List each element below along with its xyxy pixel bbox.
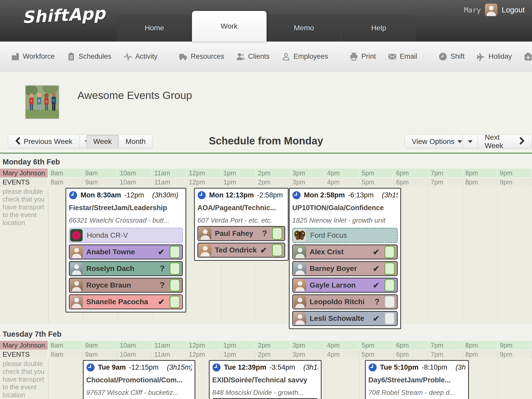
tab-home[interactable]: Home — [117, 15, 192, 42]
hour-cell: 6pm — [394, 169, 428, 177]
resource-row[interactable]: Ford Focus — [292, 228, 398, 243]
toolbar-holiday[interactable]: Holiday — [476, 52, 512, 61]
day-title: Tuesday 7th Feb — [3, 330, 532, 338]
employee-name-cell[interactable]: Mary Johnson — [0, 341, 48, 350]
clock-icon — [368, 363, 377, 372]
hour-cell: 10am — [117, 178, 152, 187]
toolbar-workforce[interactable]: Workforce — [11, 52, 55, 61]
toolbar-employees[interactable]: Employees — [282, 52, 328, 61]
toolbar-clients[interactable]: Clients — [236, 52, 270, 61]
hour-cell: 10am — [117, 341, 152, 350]
hour-cell: 3pm — [290, 350, 325, 359]
member-checkbox[interactable] — [384, 279, 395, 291]
member-row[interactable]: Ted Ondrick ✔ — [197, 243, 285, 258]
member-checkbox[interactable] — [384, 262, 395, 275]
member-row[interactable]: Shanelle Pacocha ✔ — [69, 294, 183, 309]
member-row[interactable]: Leopoldo Ritchi ? — [292, 294, 398, 309]
member-row[interactable]: Royce Braun ? — [69, 278, 183, 293]
member-checkbox[interactable] — [384, 296, 395, 308]
hour-cell: 1pm — [221, 178, 256, 187]
envelope-icon — [388, 52, 397, 61]
group-header: T E A M Awesome Events Group — [0, 72, 532, 127]
hour-cell: 9am — [83, 350, 117, 359]
toolbar-activity[interactable]: Activity — [123, 52, 158, 61]
printer-icon — [349, 52, 358, 61]
employee-name-cell[interactable]: Mary Johnson — [0, 169, 48, 177]
activity-icon — [123, 52, 132, 61]
hour-cell: 6pm — [394, 178, 428, 187]
toolbar-email[interactable]: Email — [388, 52, 417, 61]
status-check-icon: ✔ — [260, 245, 267, 255]
logout-button[interactable]: Logout — [502, 6, 525, 14]
hour-cell: 7pm — [428, 169, 463, 177]
shift-card[interactable]: Tue 12:39pm-3:54pm (3h15m) EXID/Soirée/T… — [209, 360, 322, 399]
member-checkbox[interactable] — [170, 296, 180, 308]
hour-cell: 10am — [117, 350, 152, 359]
shift-title: Fiestar/StreetJam/Leadership — [69, 204, 183, 212]
member-row[interactable]: Paul Fahey ? — [197, 226, 285, 241]
member-row[interactable]: Lesli Schowalte ✔ — [292, 311, 398, 326]
toolbar-shift[interactable]: Shift — [438, 52, 464, 61]
hour-cell: 6pm — [394, 341, 428, 350]
hour-cell: 1pm — [221, 169, 256, 177]
shift-card[interactable]: Mon 2:58pm-6:13pm (3h15m) UP10TION/Gala/… — [289, 188, 401, 329]
member-checkbox[interactable] — [384, 312, 395, 325]
hour-cell: 8pm — [463, 341, 497, 350]
user-avatar — [485, 4, 497, 16]
member-checkbox[interactable] — [170, 246, 180, 258]
next-week-button[interactable]: Next Week — [478, 135, 532, 149]
shift-address: 708 Robel Stream - deep d... — [368, 389, 466, 397]
shift-card[interactable]: Tue 9am-12:15pm (3h15m) Chocolat/Promoti… — [83, 360, 195, 399]
member-row[interactable]: Gayle Larson ✔ — [292, 278, 398, 293]
tab-memo[interactable]: Memo — [267, 15, 342, 42]
hour-cell: 3pm — [290, 178, 325, 187]
svg-text:A: A — [45, 100, 48, 103]
status-question-icon: ? — [262, 229, 267, 238]
shift-card[interactable]: Mon 12:13pm-2:58pm AOA/Pageant/Technic..… — [194, 188, 289, 261]
toolbar-sick[interactable]: Sick — [524, 52, 532, 61]
hour-cell: 3pm — [290, 169, 325, 177]
shift-card[interactable]: Tue 5:10pm-8:10pm (3h) Day6/StreetJam/Pr… — [365, 360, 469, 399]
member-checkbox[interactable] — [384, 246, 395, 258]
next-week-dropdown[interactable] — [462, 135, 478, 149]
toolbar-resources[interactable]: Resources — [179, 52, 224, 61]
shift-title: Chocolat/Promotional/Com... — [86, 376, 192, 384]
member-row[interactable]: Anabel Towne ✔ — [69, 244, 183, 260]
shift-time: Tue 12:39pm-3:54pm (3h15m) — [212, 363, 318, 372]
shift-address: 848 Mosciski Divide - growth... — [212, 389, 318, 397]
shift-title: AOA/Pageant/Technic... — [197, 204, 285, 212]
member-row[interactable]: Barney Boyer ✔ — [292, 261, 398, 276]
shift-address: 66321 Waelchi Crossroad - butt... — [69, 216, 183, 224]
resource-row[interactable]: Honda CR-V — [69, 228, 183, 243]
day-section-monday: Monday 6th Feb Mary Johnson 8am9am10am11… — [0, 158, 532, 324]
hour-cell: 11am — [152, 169, 187, 177]
tab-work[interactable]: Work — [192, 11, 267, 42]
day-section-tuesday: Tuesday 7th Feb Mary Johnson 8am9am10am1… — [0, 330, 532, 399]
member-row[interactable]: Alex Crist ✔ — [292, 244, 398, 260]
shift-card[interactable]: Mon 8:30am-12pm (3h30m) Fiestar/StreetJa… — [65, 188, 186, 312]
hour-cell: 4pm — [325, 169, 359, 177]
next-week-group: Next Week — [462, 135, 532, 149]
app-header: ShiftApp Home Work Memo Help Mary Logout — [0, 0, 532, 42]
hour-cell: 4pm — [325, 350, 359, 359]
status-check-icon: ✔ — [158, 247, 165, 257]
toolbar-print[interactable]: Print — [349, 52, 376, 61]
hour-cell: 4pm — [325, 341, 359, 350]
day-title: Monday 6th Feb — [3, 158, 532, 166]
member-checkbox[interactable] — [272, 244, 282, 256]
tab-help[interactable]: Help — [341, 15, 416, 42]
hour-cell: 8pm — [463, 350, 497, 359]
svg-text:E: E — [38, 99, 40, 103]
shift-time: Mon 2:58pm-6:13pm (3h15m) — [292, 191, 398, 200]
hour-cell: 8am — [48, 169, 83, 177]
member-checkbox[interactable] — [170, 262, 180, 275]
view-options-button[interactable]: View Options — [405, 135, 469, 149]
member-name: Roselyn Dach — [86, 264, 156, 273]
hour-cell: 5pm — [359, 169, 394, 177]
member-name: Alex Crist — [310, 248, 369, 256]
member-checkbox[interactable] — [170, 279, 180, 291]
member-checkbox[interactable] — [272, 227, 282, 240]
member-row[interactable]: Roselyn Dach ? — [69, 261, 183, 276]
hour-cell: 6pm — [394, 350, 428, 359]
toolbar-schedules[interactable]: Schedules — [67, 52, 111, 61]
